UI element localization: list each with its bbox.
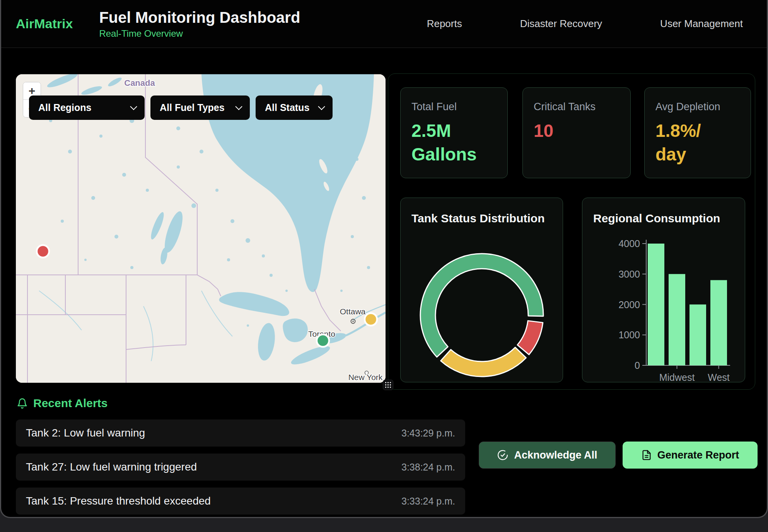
- map-filter-bar: All Regions All Fuel Types All Status: [29, 95, 333, 120]
- donut-segment-yellow: [441, 347, 526, 377]
- fuel-type-filter-select[interactable]: All Fuel Types: [150, 95, 250, 120]
- brand-logo: AirMatrix: [16, 16, 73, 31]
- map-marker[interactable]: [37, 245, 49, 257]
- map-resize-handle[interactable]: [383, 380, 393, 390]
- bell-icon: [17, 398, 28, 409]
- alert-row[interactable]: Tank 2: Low fuel warning 3:43:29 p.m.: [16, 419, 465, 447]
- nav-item-user-management[interactable]: User Management: [660, 18, 743, 30]
- stat-label: Total Fuel: [411, 101, 497, 113]
- main-nav: Reports Disaster Recovery User Managemen…: [427, 18, 767, 30]
- stat-label: Avg Depletion: [655, 101, 740, 113]
- nav-item-reports[interactable]: Reports: [427, 18, 462, 30]
- chevron-down-icon: [130, 103, 137, 110]
- y-tick-label: 3000: [618, 269, 640, 280]
- donut-segment-red: [517, 321, 543, 355]
- y-tick-label: 1000: [618, 329, 640, 340]
- dashboard-window: AirMatrix Fuel Monitoring Dashboard Real…: [0, 0, 768, 518]
- map-marker[interactable]: [365, 313, 377, 326]
- tank-status-chart-card: Tank Status Distribution: [400, 198, 563, 382]
- x-tick-label: Midwest: [659, 372, 695, 382]
- alert-text: Tank 27: Low fuel warning triggered: [26, 461, 197, 473]
- bar-3: [710, 280, 727, 366]
- chevron-down-icon: [318, 103, 325, 110]
- stat-value: 2.5M Gallons: [411, 119, 497, 166]
- stat-value: 10: [534, 119, 620, 143]
- check-circle-icon: [497, 449, 509, 461]
- acknowledge-all-button[interactable]: Acknowledge All: [479, 442, 616, 469]
- chevron-down-icon: [235, 103, 242, 110]
- page-title: Fuel Monitoring Dashboard: [99, 9, 300, 26]
- nav-item-disaster-recovery[interactable]: Disaster Recovery: [520, 18, 602, 30]
- y-tick-label: 0: [635, 360, 640, 371]
- tank-status-donut-chart: [401, 198, 563, 382]
- bar-1: [669, 274, 685, 365]
- map-canvas[interactable]: CanadaOttawaTorontoNew York: [16, 74, 386, 383]
- y-tick-label: 4000: [618, 238, 640, 249]
- map-marker[interactable]: [317, 334, 329, 347]
- map-label-ottawa: Ottawa: [340, 307, 366, 316]
- dots-grid-icon: [384, 381, 392, 389]
- stat-value: 1.8%/ day: [655, 119, 740, 166]
- alert-row[interactable]: Tank 15: Pressure threshold exceeded 3:3…: [16, 488, 465, 515]
- stat-card-total-fuel: Total Fuel 2.5M Gallons: [400, 87, 508, 178]
- region-filter-value: All Regions: [38, 102, 92, 113]
- acknowledge-all-label: Acknowledge All: [514, 449, 597, 461]
- region-filter-select[interactable]: All Regions: [29, 95, 145, 120]
- generate-report-label: Generate Report: [657, 449, 739, 461]
- stat-label: Critical Tanks: [534, 101, 620, 113]
- regional-consumption-chart-card: Regional Consumption 01000200030004000Mi…: [582, 198, 745, 382]
- alerts-header: Recent Alerts: [17, 397, 108, 410]
- stat-card-critical-tanks: Critical Tanks 10: [522, 87, 631, 178]
- regional-consumption-bar-chart: 01000200030004000MidwestWest: [582, 198, 745, 382]
- status-filter-value: All Status: [265, 102, 309, 113]
- map-label-canada: Canada: [124, 78, 155, 88]
- map-label-new-york: New York: [348, 373, 383, 382]
- generate-report-button[interactable]: Generate Report: [623, 442, 758, 469]
- file-text-icon: [641, 450, 652, 460]
- alert-time: 3:38:24 p.m.: [401, 462, 455, 473]
- title-block: Fuel Monitoring Dashboard Real-Time Over…: [99, 9, 300, 39]
- page-subtitle: Real-Time Overview: [99, 28, 300, 39]
- alert-text: Tank 2: Low fuel warning: [26, 427, 145, 439]
- x-tick-label: West: [708, 372, 730, 382]
- metrics-panel: Total Fuel 2.5M Gallons Critical Tanks 1…: [388, 73, 755, 390]
- bar-0: [648, 244, 664, 365]
- alert-text: Tank 15: Pressure threshold exceeded: [26, 495, 211, 507]
- app-header: AirMatrix Fuel Monitoring Dashboard Real…: [1, 0, 767, 48]
- y-tick-label: 2000: [618, 299, 640, 310]
- alert-time: 3:43:29 p.m.: [401, 428, 455, 439]
- alerts-title: Recent Alerts: [33, 397, 108, 410]
- bar-2: [689, 305, 706, 366]
- alert-time: 3:33:24 p.m.: [401, 496, 455, 507]
- fuel-type-filter-value: All Fuel Types: [160, 102, 225, 113]
- status-filter-select[interactable]: All Status: [256, 95, 333, 120]
- map-panel[interactable]: CanadaOttawaTorontoNew York + − All Regi…: [16, 74, 386, 383]
- alert-row[interactable]: Tank 27: Low fuel warning triggered 3:38…: [16, 454, 465, 481]
- stat-card-avg-depletion: Avg Depletion 1.8%/ day: [644, 87, 751, 178]
